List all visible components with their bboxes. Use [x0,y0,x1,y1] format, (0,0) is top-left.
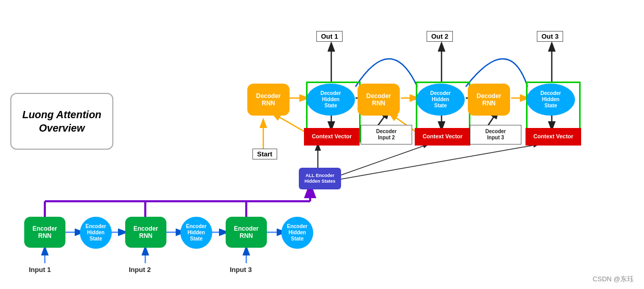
start-label: Start [252,149,277,159]
encoder-rnn-3: EncoderRNN [226,217,267,248]
encoder-rnn-1: EncoderRNN [24,217,65,248]
out-label-2: Out 2 [427,31,453,42]
decoder-hidden-3: DecoderHiddenState [527,84,575,116]
decoder-hidden-1: DecoderHiddenState [307,84,355,116]
out-label-3: Out 3 [537,31,563,42]
input-label-1: Input 1 [29,266,51,274]
diagram: Luong Attention Overview EncoderRNN Enco… [0,0,644,289]
encoder-hidden-3: EncoderHiddenState [281,217,313,249]
decoder-input-3: DecoderInput 3 [470,125,521,145]
watermark: CSDN @东珏 [592,275,634,284]
svg-line-33 [318,145,538,183]
title-text: Luong Attention Overview [11,108,112,135]
decoder-rnn-1: DecoderRNN [247,84,290,116]
context-vector-1: Context Vector [304,128,360,146]
context-vector-2: Context Vector [415,128,470,146]
decoder-hidden-2: DecoderHiddenState [416,84,465,116]
context-vector-3: Context Vector [526,128,581,146]
title-box: Luong Attention Overview [10,93,113,150]
out-label-1: Out 1 [316,31,343,42]
decoder-rnn-3: DecoderRNN [468,84,510,116]
encoder-hidden-2: EncoderHiddenState [180,217,212,249]
encoder-hidden-1: EncoderHiddenState [80,217,112,249]
input-label-3: Input 3 [230,266,252,274]
all-encoder-hidden: ALL EncoderHidden States [299,168,341,189]
decoder-rnn-2: DecoderRNN [358,84,400,116]
input-label-2: Input 2 [129,266,151,274]
encoder-rnn-2: EncoderRNN [125,217,166,248]
decoder-input-2: DecoderInput 2 [361,125,412,145]
